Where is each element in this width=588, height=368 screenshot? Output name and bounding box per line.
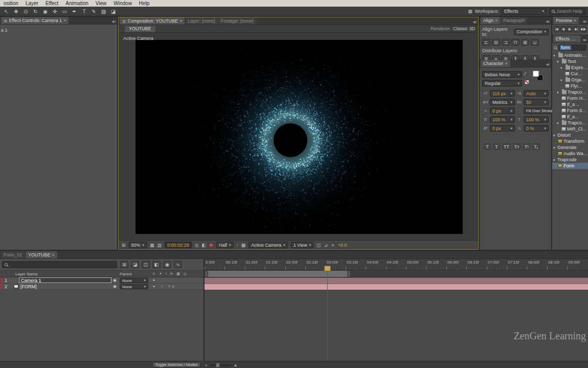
pixel-aspect-icon[interactable] xyxy=(316,243,321,248)
align-right-icon[interactable]: ⊐ xyxy=(502,39,510,46)
layer-color-chip[interactable] xyxy=(14,285,18,288)
zoom-tool-icon[interactable]: ⊙ xyxy=(21,8,30,15)
kerning-field[interactable]: A⁄VMetrics xyxy=(482,99,515,105)
small-caps-button[interactable]: Tᴛ xyxy=(513,143,521,150)
tree-item[interactable]: Trapcode Form xyxy=(552,89,588,95)
zoom-slider-handle[interactable] xyxy=(216,363,220,367)
tree-item[interactable]: Organic… xyxy=(552,77,588,83)
layer-parent-dropdown[interactable]: None xyxy=(120,284,148,289)
leading-field[interactable]: ᴬAAuto xyxy=(516,90,549,97)
horizontal-scale-field-dropdown[interactable]: 100 % xyxy=(524,116,549,123)
layer-row[interactable]: 1Camera 1None✦ xyxy=(0,277,203,284)
tsume-field[interactable]: ¼0 % xyxy=(516,125,549,132)
twirl-icon[interactable] xyxy=(553,145,557,150)
align-hcenter-icon[interactable]: ⊟ xyxy=(492,39,500,46)
ram-preview-button[interactable]: ▶▶ xyxy=(580,26,586,32)
superscript-button[interactable]: T¹ xyxy=(523,143,531,150)
panel-menu-icon[interactable] xyxy=(581,38,588,42)
comp-mini-flowchart-icon[interactable]: ⊞ xyxy=(120,261,128,268)
twirl-icon[interactable] xyxy=(557,120,561,125)
effects-presets-search-input[interactable]: form xyxy=(558,45,586,51)
stroke-mode-field[interactable]: Fill Over Stroke xyxy=(516,107,549,114)
frame-blend-icon[interactable]: ◧ xyxy=(152,261,161,268)
tree-item[interactable]: Generate xyxy=(552,144,588,150)
work-area-bar[interactable] xyxy=(205,271,351,277)
tree-item[interactable]: Form S… xyxy=(552,107,588,114)
close-icon[interactable] xyxy=(63,18,66,23)
baseline-shift-field-dropdown[interactable]: 0 px xyxy=(490,125,515,132)
tree-item[interactable]: Transform xyxy=(552,138,588,144)
eraser-tool-icon[interactable]: ◪ xyxy=(109,8,118,15)
menu-item-help[interactable]: Help xyxy=(135,0,153,7)
tsume-field-dropdown[interactable]: 0 % xyxy=(524,125,549,132)
tree-item[interactable]: Text xyxy=(552,58,588,64)
camera-dropdown[interactable]: Active Camera xyxy=(248,242,288,248)
tree-item[interactable]: Trapcode Mir xyxy=(552,120,588,126)
align-layers-dropdown[interactable]: Composition xyxy=(514,29,549,35)
layer-color-label[interactable] xyxy=(0,277,2,283)
tracking-field[interactable]: AV50 xyxy=(516,99,549,105)
timeline-tab-youtube[interactable]: YOUTUBE xyxy=(26,251,57,258)
tree-item[interactable]: Audio Wav… xyxy=(552,150,588,157)
panel-menu-icon[interactable] xyxy=(581,19,588,24)
tree-item[interactable]: Trapcode xyxy=(552,157,588,163)
close-icon[interactable] xyxy=(505,61,508,66)
tab-layer[interactable]: Layer: (none) xyxy=(185,17,218,25)
zoom-out-frames-icon[interactable]: ▲ xyxy=(205,363,208,366)
twirl-icon[interactable] xyxy=(560,65,564,70)
no-color-swatch[interactable] xyxy=(525,80,529,84)
menu-item-animation[interactable]: Animation xyxy=(62,0,92,7)
fast-previews-icon[interactable] xyxy=(324,243,328,248)
twirl-icon[interactable] xyxy=(553,53,557,58)
grid-options-icon[interactable] xyxy=(150,243,154,248)
draft-3d-icon[interactable]: ◪ xyxy=(131,261,139,268)
vertical-scale-field[interactable]: IT100 % xyxy=(482,116,515,123)
close-icon[interactable] xyxy=(574,18,576,23)
stroke-width-field-dropdown[interactable]: 0 px xyxy=(490,107,515,114)
tracking-field-dropdown[interactable]: 50 xyxy=(524,99,549,105)
layer-duration-bar[interactable] xyxy=(205,284,588,290)
video-eye-icon[interactable] xyxy=(113,278,117,283)
fill-color-swatch[interactable] xyxy=(533,71,539,77)
tree-item[interactable]: Distort xyxy=(552,132,588,138)
view-layout-dropdown[interactable]: 1 View xyxy=(291,242,313,248)
menu-item-effect[interactable]: Effect xyxy=(42,0,62,7)
font-size-field-dropdown[interactable]: 115 px xyxy=(490,90,515,97)
workspace-dropdown[interactable]: Effects xyxy=(502,8,547,15)
toggle-switches-modes-button[interactable]: Toggle Switches / Modes xyxy=(152,362,200,367)
close-icon[interactable] xyxy=(179,18,182,24)
tab-footage[interactable]: Footage: (none) xyxy=(218,17,256,25)
font-size-field[interactable]: ᴛT115 px xyxy=(482,90,515,97)
zoom-in-frames-icon[interactable]: ▲ xyxy=(233,362,238,367)
mask-visibility-icon[interactable] xyxy=(157,243,162,248)
twirl-icon[interactable] xyxy=(560,77,564,82)
next-frame-button[interactable]: ▶| xyxy=(574,26,579,32)
subtab-youtube[interactable]: YOUTUBE xyxy=(125,26,155,32)
exposure-icon[interactable] xyxy=(331,243,334,248)
menu-item-osition[interactable]: osition xyxy=(0,0,22,7)
layer-color-label[interactable] xyxy=(0,284,2,289)
layer-row[interactable]: 2[FORM]None✦ / fx xyxy=(0,284,203,290)
panel-menu-icon[interactable] xyxy=(545,62,551,67)
close-icon[interactable] xyxy=(52,252,55,257)
close-icon[interactable] xyxy=(495,18,497,23)
parent-column-header[interactable]: Parent xyxy=(120,272,132,276)
panel-menu-icon[interactable] xyxy=(110,19,117,24)
align-left-icon[interactable]: ⊏ xyxy=(482,39,490,46)
show-channel-icon[interactable] xyxy=(202,243,207,248)
renderer-value[interactable]: Classic 3D xyxy=(453,26,475,31)
tab-preview[interactable]: Preview xyxy=(553,17,579,24)
clone-stamp-tool-icon[interactable]: ▨ xyxy=(99,8,108,15)
stroke-width-field[interactable]: ≡0 px xyxy=(482,107,515,114)
hand-tool-icon[interactable]: ✥ xyxy=(12,8,20,15)
kerning-field-dropdown[interactable]: Metrics xyxy=(490,99,515,105)
color-channel-icon[interactable] xyxy=(209,243,213,247)
tab-effects-presets[interactable]: Effects & Presets xyxy=(553,35,581,42)
resolution-dropdown[interactable]: Half xyxy=(216,242,234,248)
timeline-zoom-slider[interactable] xyxy=(210,364,231,366)
tab-character[interactable]: Character xyxy=(481,60,510,67)
transparency-grid-icon[interactable] xyxy=(241,243,246,248)
timeline-ruler[interactable]: 0:00f00:15f01:00f01:15f02:00f02:15f03:00… xyxy=(205,259,588,270)
prev-frame-button[interactable]: ◀ xyxy=(560,26,566,32)
all-caps-button[interactable]: TT xyxy=(502,143,511,150)
